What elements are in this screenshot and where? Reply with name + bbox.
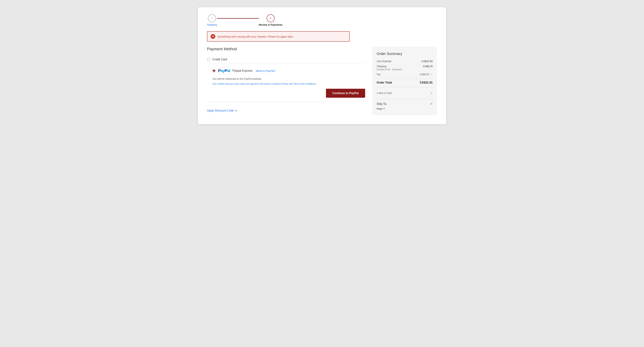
step-circle-shipping: ✓ xyxy=(208,14,216,22)
paypal-redirect-text: You will be redirected to the PayPal web… xyxy=(212,77,365,80)
paypal-terms-text[interactable]: You confirm that you have read and agree… xyxy=(212,82,365,85)
right-column: Order Summary Cart Subtotal CA$19.99 Shi… xyxy=(372,47,437,115)
paypal-logo-text: PayPal xyxy=(218,68,230,73)
ship-to-title: Ship To: xyxy=(376,102,387,106)
paypal-section: PayPal Paypal Express What is PayPal? Yo… xyxy=(207,64,365,102)
paypal-name: Paypal Express xyxy=(232,69,252,72)
paypal-logo: PayPal xyxy=(218,67,230,74)
cart-subtotal-row: Cart Subtotal CA$19.99 xyxy=(376,60,433,63)
step-label-review: Review & Payments xyxy=(259,23,282,26)
checkout-card: ✓ Shipping ✓ Review & Payments ✕ Somethi… xyxy=(198,7,446,124)
step-connector xyxy=(217,18,259,19)
credit-card-label: Credit Card xyxy=(212,58,227,61)
shipping-value: CA$8.25 xyxy=(423,65,433,68)
cart-items-label: 1 Item in Cart xyxy=(376,92,392,94)
discount-section[interactable]: Apply Discount Code ▾ xyxy=(207,109,365,112)
error-banner: ✕ Something went wrong with your request… xyxy=(207,31,350,42)
ship-to-header: Ship To: ✏ xyxy=(376,102,433,106)
shipping-detail: Canada Post - Standard xyxy=(376,68,402,71)
shipping-label-group: Shipping Canada Post - Standard xyxy=(376,65,402,71)
step-review: ✓ Review & Payments xyxy=(259,14,282,26)
edit-ship-to-icon[interactable]: ✏ xyxy=(430,102,433,106)
tax-label: Tax xyxy=(376,73,380,76)
step-circle-review: ✓ xyxy=(267,14,274,22)
main-layout: Payment Method Credit Card PayPal Paypal… xyxy=(207,47,437,115)
credit-card-radio[interactable] xyxy=(207,58,210,61)
order-total-value: CA$31.91 xyxy=(420,81,433,84)
tax-value: CA$3.67 ✓ xyxy=(420,73,433,76)
apply-discount-link[interactable]: Apply Discount Code xyxy=(207,109,234,112)
step-shipping: ✓ Shipping xyxy=(207,14,217,26)
stepper: ✓ Shipping ✓ Review & Payments xyxy=(207,14,282,26)
credit-card-option[interactable]: Credit Card xyxy=(207,55,365,64)
ship-to-name: Peter T xyxy=(376,107,433,110)
cart-items-chevron-icon: ✓ xyxy=(430,92,433,94)
order-total-label: Order Total xyxy=(376,81,392,84)
cart-subtotal-value: CA$19.99 xyxy=(422,60,433,63)
step-label-shipping: Shipping xyxy=(207,23,217,26)
order-summary-title: Order Summary xyxy=(376,52,433,56)
continue-to-paypal-button[interactable]: Continue to PayPal xyxy=(326,89,365,98)
what-is-paypal-link[interactable]: What is PayPal? xyxy=(256,69,276,72)
ship-to-section: Ship To: ✏ Peter T xyxy=(376,99,433,110)
summary-divider xyxy=(376,78,433,78)
discount-chevron-icon: ▾ xyxy=(236,109,237,112)
left-column: Payment Method Credit Card PayPal Paypal… xyxy=(207,47,365,112)
cart-items-row[interactable]: 1 Item in Cart ✓ xyxy=(376,90,433,96)
order-total-row: Order Total CA$31.91 xyxy=(376,81,433,84)
shipping-row: Shipping Canada Post - Standard CA$8.25 xyxy=(376,65,433,71)
error-icon: ✕ xyxy=(210,34,215,39)
paypal-header: PayPal Paypal Express What is PayPal? xyxy=(212,67,365,74)
order-summary-box: Order Summary Cart Subtotal CA$19.99 Shi… xyxy=(372,47,437,115)
paypal-radio[interactable] xyxy=(212,69,216,72)
payment-method-title: Payment Method xyxy=(207,47,365,51)
tax-row: Tax CA$3.67 ✓ xyxy=(376,73,433,76)
cart-subtotal-label: Cart Subtotal xyxy=(376,60,391,63)
shipping-label: Shipping xyxy=(376,65,402,68)
error-message: Something went wrong with your request. … xyxy=(218,35,294,38)
tax-chevron-icon: ✓ xyxy=(430,73,433,76)
